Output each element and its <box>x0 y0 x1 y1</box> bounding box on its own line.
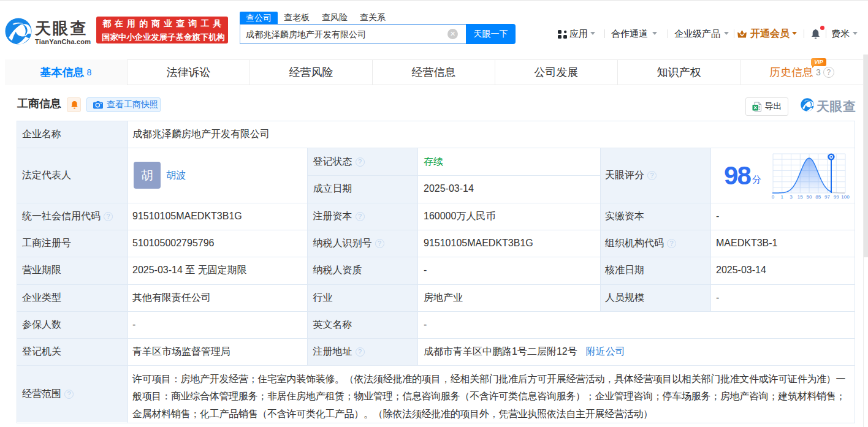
svg-text:50: 50 <box>807 194 812 200</box>
svg-text:100: 100 <box>841 194 850 200</box>
svg-text:1: 1 <box>781 194 784 200</box>
svg-text:0: 0 <box>772 194 775 200</box>
svg-text:3: 3 <box>790 194 793 200</box>
svg-text:85: 85 <box>815 194 821 200</box>
svg-text:97: 97 <box>824 194 830 200</box>
svg-text:99: 99 <box>834 194 839 200</box>
svg-text:15: 15 <box>798 194 803 200</box>
